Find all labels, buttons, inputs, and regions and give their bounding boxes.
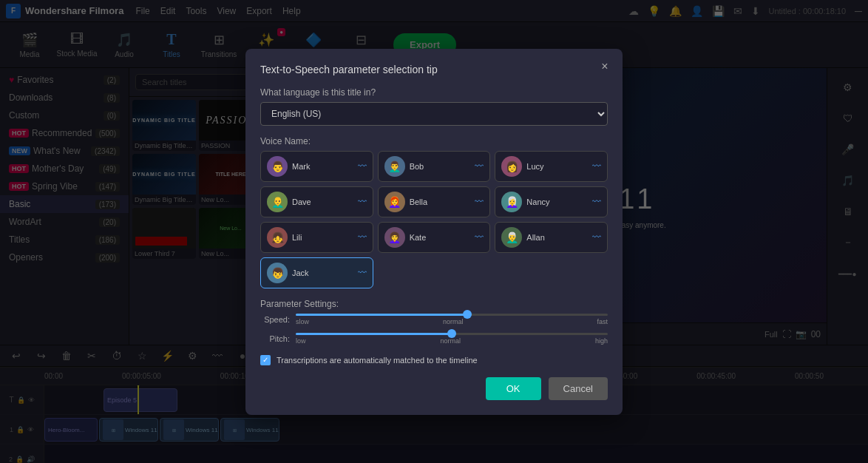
voice-wave-nancy[interactable]: 〰 bbox=[592, 197, 601, 207]
voice-card-bella[interactable]: 👩‍🦰 Bella 〰 bbox=[378, 186, 491, 217]
pitch-track bbox=[296, 333, 608, 335]
voice-wave-lucy[interactable]: 〰 bbox=[592, 161, 601, 172]
parameter-label: Parameter Settings: bbox=[260, 299, 608, 309]
speed-labels: slow normal fast bbox=[296, 318, 608, 325]
voice-card-jack[interactable]: 👦 Jack 〰 bbox=[260, 257, 373, 288]
checkbox-label: Transcriptions are automatically matched… bbox=[277, 356, 478, 365]
cancel-button[interactable]: Cancel bbox=[549, 377, 608, 400]
modal-buttons: OK Cancel bbox=[260, 377, 608, 400]
transcription-checkbox[interactable]: ✓ bbox=[260, 355, 271, 365]
voice-name-dave: Dave bbox=[292, 197, 353, 206]
voice-name-mark: Mark bbox=[292, 162, 353, 171]
voice-wave-kate[interactable]: 〰 bbox=[475, 232, 484, 243]
voice-name-lili: Lili bbox=[292, 233, 353, 242]
voice-avatar-kate: 👩‍🦱 bbox=[384, 227, 405, 248]
modal-close-button[interactable]: × bbox=[596, 58, 614, 75]
modal-overlay: Text-to-Speech parameter selection tip ×… bbox=[0, 0, 868, 463]
checkbox-row: ✓ Transcriptions are automatically match… bbox=[260, 355, 608, 365]
voice-card-allan[interactable]: 👨‍🦳 Allan 〰 bbox=[495, 222, 608, 253]
speed-label: Speed: bbox=[260, 315, 290, 324]
voice-avatar-lili: 👧 bbox=[267, 227, 288, 248]
pitch-normal-label: normal bbox=[440, 337, 461, 345]
voice-wave-bella[interactable]: 〰 bbox=[475, 197, 484, 207]
voice-avatar-mark: 👨 bbox=[267, 156, 288, 177]
voice-wave-dave[interactable]: 〰 bbox=[358, 197, 367, 207]
voice-name-bella: Bella bbox=[410, 197, 471, 206]
language-label: What language is this title in? bbox=[260, 87, 608, 98]
voice-avatar-jack: 👦 bbox=[267, 263, 288, 283]
pitch-max-label: high bbox=[595, 337, 608, 345]
voice-avatar-bella: 👩‍🦰 bbox=[384, 192, 405, 212]
pitch-label: Pitch: bbox=[260, 334, 290, 343]
pitch-min-label: low bbox=[296, 337, 306, 345]
ok-button[interactable]: OK bbox=[486, 377, 541, 400]
voice-avatar-bob: 👨‍🦱 bbox=[384, 156, 405, 177]
pitch-thumb[interactable] bbox=[447, 329, 456, 338]
voice-avatar-nancy: 👩‍🦳 bbox=[501, 192, 522, 212]
modal-title: Text-to-Speech parameter selection tip bbox=[260, 64, 608, 75]
language-select[interactable]: English (US) English (UK) Spanish French… bbox=[260, 102, 608, 126]
speed-thumb[interactable] bbox=[463, 310, 472, 319]
pitch-row: Pitch: low normal high bbox=[260, 333, 608, 345]
checkbox-check-icon: ✓ bbox=[262, 356, 268, 364]
voice-card-mark[interactable]: 👨 Mark 〰 bbox=[260, 151, 373, 182]
voice-wave-jack[interactable]: 〰 bbox=[358, 268, 367, 278]
voice-avatar-lucy: 👩 bbox=[501, 156, 522, 177]
voice-card-lili[interactable]: 👧 Lili 〰 bbox=[260, 222, 373, 253]
speed-min-label: slow bbox=[296, 318, 309, 325]
voice-name-nancy: Nancy bbox=[526, 197, 588, 206]
speed-fill bbox=[296, 314, 467, 316]
voice-wave-bob[interactable]: 〰 bbox=[475, 161, 484, 172]
voice-name-allan: Allan bbox=[526, 233, 588, 242]
language-select-wrap: English (US) English (UK) Spanish French… bbox=[260, 102, 608, 126]
voice-card-nancy[interactable]: 👩‍🦳 Nancy 〰 bbox=[495, 186, 608, 217]
parameter-section: Parameter Settings: Speed: slow normal f… bbox=[260, 299, 608, 345]
voice-card-kate[interactable]: 👩‍🦱 Kate 〰 bbox=[378, 222, 491, 253]
voice-wave-allan[interactable]: 〰 bbox=[592, 232, 601, 243]
speed-normal-label: normal bbox=[443, 318, 464, 325]
voice-grid: 👨 Mark 〰 👨‍🦱 Bob 〰 👩 Lucy 〰 bbox=[260, 151, 608, 288]
speed-row: Speed: slow normal fast bbox=[260, 314, 608, 325]
voice-section: Voice Name: 👨 Mark 〰 👨‍🦱 Bob 〰 👩 Lucy bbox=[260, 136, 608, 288]
voice-card-lucy[interactable]: 👩 Lucy 〰 bbox=[495, 151, 608, 182]
pitch-fill bbox=[296, 333, 452, 335]
speed-max-label: fast bbox=[597, 318, 608, 325]
pitch-slider-wrap: low normal high bbox=[296, 333, 608, 345]
voice-avatar-dave: 👨‍🦲 bbox=[267, 192, 288, 212]
voice-card-bob[interactable]: 👨‍🦱 Bob 〰 bbox=[378, 151, 491, 182]
voice-name-bob: Bob bbox=[410, 162, 471, 171]
voice-wave-mark[interactable]: 〰 bbox=[358, 161, 367, 172]
language-section: What language is this title in? English … bbox=[260, 87, 608, 126]
voice-avatar-allan: 👨‍🦳 bbox=[501, 227, 522, 248]
voice-name-label: Voice Name: bbox=[260, 136, 608, 146]
speed-slider-wrap: slow normal fast bbox=[296, 314, 608, 325]
voice-wave-lili[interactable]: 〰 bbox=[358, 232, 367, 243]
pitch-labels: low normal high bbox=[296, 337, 608, 345]
voice-name-lucy: Lucy bbox=[526, 162, 588, 171]
voice-card-dave[interactable]: 👨‍🦲 Dave 〰 bbox=[260, 186, 373, 217]
voice-name-kate: Kate bbox=[410, 233, 471, 242]
speed-track bbox=[296, 314, 608, 316]
tts-modal: Text-to-Speech parameter selection tip ×… bbox=[245, 49, 623, 415]
voice-name-jack: Jack bbox=[292, 268, 353, 277]
